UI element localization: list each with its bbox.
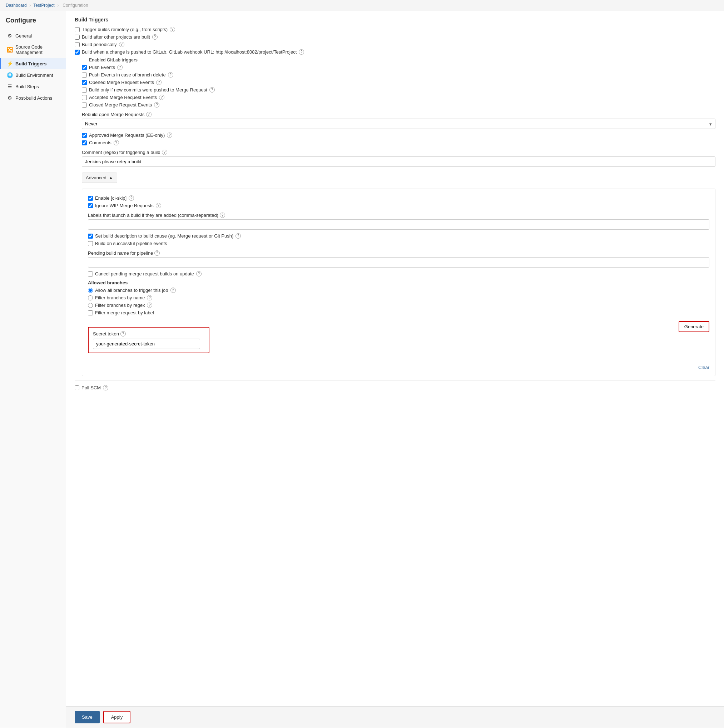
- build-periodically-help[interactable]: ?: [119, 42, 124, 47]
- push-events-branch-delete-help[interactable]: ?: [168, 72, 173, 78]
- build-when-change-checkbox[interactable]: [75, 50, 80, 55]
- approved-merge-checkbox[interactable]: [82, 133, 87, 138]
- apply-button[interactable]: Apply: [103, 711, 131, 723]
- build-only-new-commits-help[interactable]: ?: [210, 87, 215, 93]
- set-build-desc-help[interactable]: ?: [236, 233, 241, 239]
- build-when-change-help[interactable]: ?: [299, 49, 304, 55]
- build-only-new-commits-label[interactable]: Build only if new commits were pushed to…: [89, 87, 207, 93]
- pending-build-input[interactable]: [88, 257, 709, 268]
- poll-scm-checkbox[interactable]: [75, 385, 79, 390]
- push-events-branch-delete-checkbox[interactable]: [82, 72, 87, 78]
- filter-by-name-radio[interactable]: [88, 295, 93, 300]
- secret-token-input[interactable]: [93, 339, 200, 349]
- advanced-toggle[interactable]: Advanced ▲: [82, 173, 117, 183]
- section-title: Build Triggers: [75, 17, 715, 23]
- poll-scm-label[interactable]: Poll SCM: [81, 385, 101, 390]
- sidebar-item-source-code[interactable]: 🔀 Source Code Management: [0, 41, 66, 58]
- approved-merge-label[interactable]: Approved Merge Requests (EE-only): [89, 133, 165, 138]
- set-build-desc-checkbox[interactable]: [88, 234, 93, 239]
- push-events-help[interactable]: ?: [117, 65, 122, 70]
- build-on-pipeline-checkbox[interactable]: [88, 241, 93, 246]
- secret-token-label: Secret token: [93, 331, 119, 336]
- build-periodically-checkbox[interactable]: [75, 42, 80, 47]
- accepted-merge-request-label[interactable]: Accepted Merge Request Events: [89, 95, 157, 100]
- sidebar-item-post-build[interactable]: ⚙ Post-build Actions: [0, 92, 66, 104]
- ignore-wip-checkbox[interactable]: [88, 203, 93, 208]
- source-code-icon: 🔀: [7, 47, 12, 52]
- closed-merge-request-help[interactable]: ?: [154, 102, 159, 107]
- push-events-branch-delete-label[interactable]: Push Events in case of branch delete: [89, 72, 166, 78]
- filter-by-name-label[interactable]: Filter branches by name: [95, 295, 145, 300]
- comment-regex-input[interactable]: [82, 156, 715, 167]
- ignore-wip-help[interactable]: ?: [156, 203, 161, 208]
- filter-by-regex-help[interactable]: ?: [147, 303, 152, 308]
- comment-regex-label: Comment (regex) for triggering a build ?: [82, 150, 715, 155]
- build-after-other-checkbox[interactable]: [75, 35, 80, 40]
- trigger-builds-remotely-label[interactable]: Trigger builds remotely (e.g., from scri…: [82, 27, 168, 32]
- filter-by-regex-label[interactable]: Filter branches by regex: [95, 303, 145, 308]
- trigger-builds-remotely-help[interactable]: ?: [170, 27, 175, 32]
- enable-ci-skip-label[interactable]: Enable [ci-skip]: [95, 196, 127, 201]
- breadcrumb-project[interactable]: TestProject: [33, 3, 54, 8]
- trigger-builds-remotely-row: Trigger builds remotely (e.g., from scri…: [75, 27, 715, 32]
- filter-by-regex-radio[interactable]: [88, 303, 93, 308]
- approved-merge-help[interactable]: ?: [167, 133, 172, 138]
- accepted-merge-request-help[interactable]: ?: [159, 95, 164, 100]
- closed-merge-request-label[interactable]: Closed Merge Request Events: [89, 102, 152, 107]
- push-events-label[interactable]: Push Events: [89, 65, 115, 70]
- sidebar-label-source-code: Source Code Management: [15, 44, 60, 55]
- build-periodically-label[interactable]: Build periodically: [82, 42, 117, 47]
- poll-scm-help[interactable]: ?: [103, 385, 108, 390]
- build-after-other-row: Build after other projects are built ?: [75, 34, 715, 40]
- poll-scm-row: Poll SCM ?: [75, 381, 715, 390]
- build-after-other-label[interactable]: Build after other projects are built: [82, 34, 150, 40]
- cancel-pending-help[interactable]: ?: [196, 271, 202, 277]
- allow-all-radio[interactable]: [88, 288, 93, 293]
- save-button[interactable]: Save: [75, 711, 100, 723]
- labels-label: Labels that launch a build if they are a…: [88, 213, 709, 218]
- comments-label[interactable]: Comments: [89, 140, 112, 145]
- rebuild-help[interactable]: ?: [146, 112, 152, 117]
- cancel-pending-checkbox[interactable]: [88, 271, 93, 277]
- build-on-pipeline-label[interactable]: Build on successful pipeline events: [95, 241, 167, 246]
- filter-merge-label-label[interactable]: Filter merge request by label: [95, 310, 154, 315]
- cancel-pending-label[interactable]: Cancel pending merge request builds on u…: [95, 271, 194, 277]
- push-events-branch-delete-row: Push Events in case of branch delete ?: [82, 72, 715, 78]
- opened-merge-request-help[interactable]: ?: [156, 80, 162, 85]
- comments-help[interactable]: ?: [114, 140, 119, 145]
- enable-ci-skip-help[interactable]: ?: [129, 196, 134, 201]
- filter-by-name-help[interactable]: ?: [147, 295, 152, 300]
- build-when-change-label[interactable]: Build when a change is pushed to GitLab.…: [82, 49, 297, 55]
- sidebar-item-build-triggers[interactable]: ⚡ Build Triggers: [0, 58, 66, 69]
- set-build-desc-label[interactable]: Set build description to build cause (eg…: [95, 233, 233, 239]
- bottom-bar: Save Apply: [66, 706, 724, 728]
- comment-regex-help[interactable]: ?: [162, 150, 167, 155]
- filter-merge-label-checkbox[interactable]: [88, 310, 93, 315]
- build-after-other-help[interactable]: ?: [152, 34, 158, 40]
- build-only-new-commits-checkbox[interactable]: [82, 87, 87, 93]
- rebuild-dropdown[interactable]: Never On push to source branch On push t…: [82, 119, 715, 129]
- accepted-merge-request-checkbox[interactable]: [82, 95, 87, 100]
- labels-help[interactable]: ?: [220, 213, 225, 218]
- sidebar-item-build-environment[interactable]: 🌐 Build Environment: [0, 69, 66, 81]
- clear-link[interactable]: Clear: [88, 365, 709, 370]
- allow-all-label[interactable]: Allow all branches to trigger this job: [95, 288, 168, 293]
- breadcrumb-current: Configuration: [63, 3, 88, 8]
- generate-button[interactable]: Generate: [679, 321, 709, 332]
- breadcrumb-dashboard[interactable]: Dashboard: [6, 3, 27, 8]
- enable-ci-skip-checkbox[interactable]: [88, 196, 93, 201]
- opened-merge-request-checkbox[interactable]: [82, 80, 87, 85]
- sidebar-item-general[interactable]: ⚙ General: [0, 30, 66, 41]
- push-events-checkbox[interactable]: [82, 65, 87, 70]
- labels-input[interactable]: [88, 219, 709, 230]
- closed-merge-request-checkbox[interactable]: [82, 102, 87, 107]
- pending-build-help[interactable]: ?: [155, 251, 160, 256]
- comments-checkbox[interactable]: [82, 141, 87, 145]
- ignore-wip-label[interactable]: Ignore WIP Merge Requests: [95, 203, 154, 208]
- secret-token-section: Secret token ?: [88, 327, 210, 353]
- secret-token-help[interactable]: ?: [121, 331, 126, 336]
- sidebar-item-build-steps[interactable]: ☰ Build Steps: [0, 81, 66, 92]
- allow-all-help[interactable]: ?: [170, 288, 176, 293]
- trigger-builds-remotely-checkbox[interactable]: [75, 27, 80, 32]
- opened-merge-request-label[interactable]: Opened Merge Request Events: [89, 80, 154, 85]
